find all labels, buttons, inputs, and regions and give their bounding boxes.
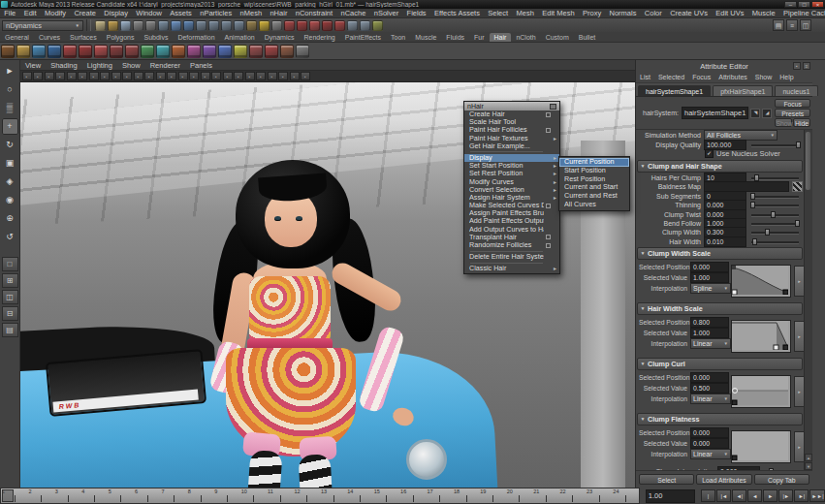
- menubar-item[interactable]: nCache: [336, 9, 369, 17]
- menubar-item[interactable]: Assets: [166, 9, 196, 17]
- menubar-item[interactable]: nHair: [266, 9, 291, 17]
- presets-button[interactable]: Presets: [775, 109, 810, 117]
- viewport-toolbar-icon[interactable]: ▪: [234, 72, 243, 80]
- shelf-icon[interactable]: [234, 45, 247, 58]
- shelf-icon[interactable]: [265, 45, 278, 58]
- shelf-icon[interactable]: [16, 45, 30, 58]
- playback-button[interactable]: ►►|: [809, 489, 825, 502]
- shelf-icon[interactable]: [296, 45, 309, 58]
- statusline-icon[interactable]: [120, 20, 131, 31]
- section-clump-and-hair-shape[interactable]: ▼ Clump and Hair Shape: [637, 160, 803, 173]
- statusline-icon[interactable]: [246, 20, 257, 31]
- menubar-item[interactable]: nConstraint: [292, 9, 337, 17]
- tool-icon[interactable]: ↺: [2, 229, 18, 245]
- timeline-tick[interactable]: 19: [479, 488, 505, 503]
- preset-node-icon[interactable]: ◢: [762, 109, 772, 118]
- section-clump-flatness[interactable]: ▼ Clump Flatness: [637, 413, 803, 425]
- attribute-editor-menu-item[interactable]: Attributes: [714, 74, 751, 80]
- menubar-item[interactable]: Proxy: [579, 9, 606, 17]
- context-menu-item[interactable]: Randomize Follicles ►: [464, 241, 559, 249]
- selected-position-field[interactable]: 0.800: [690, 317, 729, 328]
- tool-icon[interactable]: ▣: [2, 155, 18, 172]
- viewport-menu-item[interactable]: Renderer: [145, 61, 185, 70]
- menubar-item[interactable]: Create: [70, 9, 100, 17]
- layout-button[interactable]: ⊟: [2, 306, 18, 321]
- menubar-item[interactable]: Edit UVs: [712, 9, 748, 17]
- statusline-icon[interactable]: [171, 20, 181, 31]
- hide-button[interactable]: Hide: [793, 118, 810, 127]
- timeline-tick[interactable]: 8: [187, 488, 213, 503]
- clump-width-slider[interactable]: [751, 228, 799, 236]
- viewport-toolbar-icon[interactable]: ▪: [111, 72, 121, 80]
- menubar-item[interactable]: Normals: [605, 9, 640, 17]
- node-name-field[interactable]: hairSystemShape1: [682, 107, 748, 119]
- menubar-item[interactable]: Muscle: [748, 9, 779, 17]
- context-menu-item[interactable]: Delete Entire Hair System ►: [464, 253, 559, 261]
- tool-icon[interactable]: ○: [2, 81, 18, 98]
- shelf-icon[interactable]: [203, 45, 216, 58]
- menubar-item[interactable]: File: [0, 9, 19, 17]
- menubar-item[interactable]: Display: [100, 9, 132, 17]
- statusline-icon[interactable]: [347, 20, 358, 31]
- playback-button[interactable]: |◄◄: [701, 489, 716, 502]
- shelf-tab[interactable]: Bullet: [574, 33, 601, 42]
- context-menu-item[interactable]: Convert Selection ►: [464, 186, 559, 194]
- clump-curl-ramp[interactable]: [731, 375, 791, 408]
- expand-ramp-button[interactable]: ▸: [794, 321, 804, 352]
- timeline-tick[interactable]: 3: [54, 488, 80, 503]
- timeline-tick[interactable]: 23: [586, 488, 612, 503]
- expand-ramp-button[interactable]: ▸: [794, 266, 804, 297]
- selected-value-field[interactable]: 0.500: [690, 383, 729, 394]
- node-tab[interactable]: pfxHairShape1: [713, 85, 773, 96]
- shelf-tab[interactable]: Rendering: [299, 33, 339, 42]
- selected-value-field[interactable]: 0.000: [690, 438, 729, 449]
- menubar-item[interactable]: Window: [132, 9, 166, 17]
- current-frame-field[interactable]: 1.00: [646, 489, 695, 503]
- scroll-up-icon[interactable]: ▲: [805, 454, 812, 461]
- layout-button[interactable]: ⊞: [2, 273, 18, 288]
- tool-icon[interactable]: +: [2, 118, 18, 135]
- shelf-tab[interactable]: Fur: [469, 33, 490, 42]
- playback-button[interactable]: ►: [763, 489, 777, 502]
- attribute-editor-menu-item[interactable]: Selected: [654, 74, 688, 80]
- viewport-toolbar-icon[interactable]: ▪: [290, 72, 300, 80]
- tool-icon[interactable]: ⊕: [2, 210, 18, 227]
- statusline-icon[interactable]: [284, 20, 295, 31]
- timeline-tick[interactable]: 12: [293, 488, 319, 503]
- viewport-toolbar-icon[interactable]: ▪: [278, 72, 288, 80]
- playback-button[interactable]: ◄|: [732, 489, 746, 502]
- menubar-item[interactable]: Select: [484, 9, 512, 17]
- context-menu-item[interactable]: Set Rest Position ►: [464, 170, 559, 177]
- hairs-per-clump-slider[interactable]: [751, 173, 799, 182]
- context-menu-titlebar[interactable]: nHair: [464, 102, 559, 110]
- menubar-item[interactable]: Edit Mesh: [538, 9, 579, 17]
- layout-button[interactable]: ◫: [2, 290, 18, 304]
- viewport-toolbar-icon[interactable]: ▪: [268, 72, 277, 80]
- timeline-tick[interactable]: 11: [267, 488, 293, 503]
- timeline-tick[interactable]: 2: [27, 488, 53, 503]
- tool-icon[interactable]: ◉: [2, 192, 18, 208]
- context-menu-item[interactable]: Get Hair Example... ►: [464, 142, 559, 150]
- option-box-icon[interactable]: [546, 128, 551, 133]
- bend-follow-slider[interactable]: [751, 219, 799, 228]
- tool-icon[interactable]: ↻: [2, 137, 18, 153]
- shelf-icon[interactable]: [94, 45, 108, 58]
- pin-icon[interactable]: ▪: [793, 62, 801, 70]
- menubar-item[interactable]: Color: [641, 9, 666, 17]
- statusline-icon[interactable]: [221, 20, 232, 31]
- scroll-down-icon[interactable]: ▼: [805, 462, 812, 470]
- shelf-tab[interactable]: Fluids: [441, 33, 469, 42]
- statusline-icon[interactable]: [208, 20, 219, 31]
- shelf-tab[interactable]: Toon: [386, 33, 410, 42]
- submenu-item[interactable]: All Curves: [559, 201, 629, 209]
- node-tab[interactable]: nucleus1: [775, 85, 817, 96]
- menubar-item[interactable]: Fields: [402, 9, 429, 17]
- viewport-toolbar-icon[interactable]: ▪: [78, 72, 87, 80]
- layout-button[interactable]: □: [2, 257, 18, 271]
- shelf-icon[interactable]: [249, 45, 263, 58]
- shelf-tab[interactable]: PaintEffects: [340, 33, 386, 42]
- statusline-icon[interactable]: [158, 20, 169, 31]
- shelf-icon[interactable]: [79, 45, 92, 58]
- tool-icon[interactable]: ◈: [2, 173, 18, 190]
- statusline-icon[interactable]: [95, 20, 106, 31]
